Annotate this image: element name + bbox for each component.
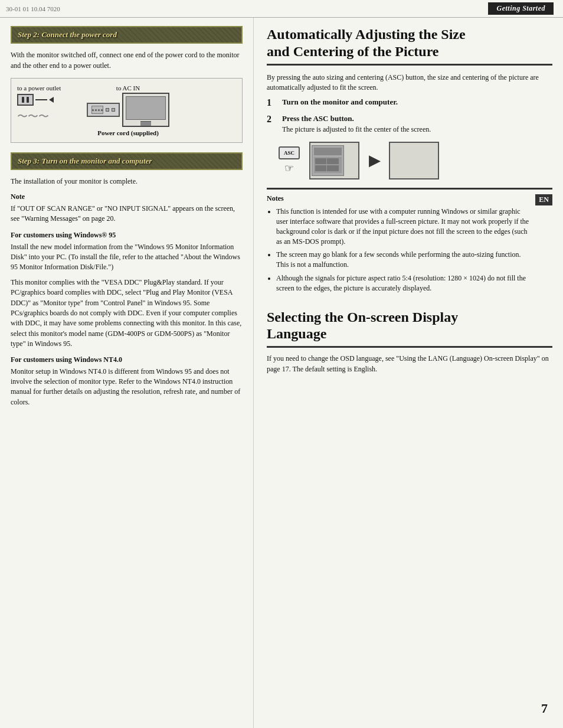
step2-text: The picture is adjusted to fit the cente…	[282, 125, 552, 135]
note-title: Note	[11, 192, 243, 201]
left-column: Step 2: Connect the power cord With the …	[0, 18, 254, 728]
section1-title-line1: Automatically Adjusting the Size	[267, 26, 552, 43]
step2-content: Press the ASC button. The picture is adj…	[282, 114, 552, 135]
windowsNT-title: For customers using Windows NT4.0	[11, 355, 243, 364]
page-header: 30-01 01 10.04 7020 Getting Started	[0, 0, 563, 18]
step1-content: Turn on the monitor and computer.	[282, 97, 552, 108]
note-section: Note If "OUT OF SCAN RANGE" or "NO INPUT…	[11, 192, 243, 224]
notes-content: Notes This function is intended for use …	[267, 194, 531, 296]
note-text: If "OUT OF SCAN RANGE" or "NO INPUT SIGN…	[11, 204, 243, 224]
screen-before	[309, 142, 359, 179]
step3-header: Step 3: Turn on the monitor and computer	[11, 152, 243, 170]
asc-diagram: ASC ☞	[279, 142, 552, 179]
step1-text: Turn on the monitor and computer.	[282, 97, 552, 107]
label-ac: to AC IN	[116, 84, 140, 92]
step1-item: 1 Turn on the monitor and computer.	[267, 97, 552, 108]
note-item-3: Although the signals for picture aspect …	[276, 273, 531, 293]
section2-title-line2: Language	[267, 325, 552, 342]
main-content: Step 2: Connect the power cord With the …	[0, 18, 563, 728]
screen-after	[389, 142, 439, 179]
asc-button-label: ASC	[279, 146, 300, 159]
header-right-text: Getting Started	[488, 2, 554, 15]
step2-num: 2	[267, 114, 277, 135]
label-outlet: to a power outlet	[17, 84, 82, 92]
step2-title: Step 2: Connect the power cord	[18, 30, 117, 39]
step1-num: 1	[267, 97, 277, 108]
windowsNT-para1: Monitor setup in Windows NT4.0 is differ…	[11, 367, 243, 408]
arrow-right-icon: ▶	[369, 152, 379, 169]
step2-bold: Press the ASC button.	[282, 114, 552, 123]
asc-finger-icon: ☞	[284, 162, 294, 175]
section2-title-line1: Selecting the On-screen Display	[267, 309, 552, 326]
windows95-para1: Install the new model information from t…	[11, 242, 243, 273]
power-cord-label: Power cord (supplied)	[97, 129, 159, 136]
screen-before-group	[309, 142, 359, 179]
section2-title: Selecting the On-screen Display Language	[267, 309, 552, 348]
section2-body: If you need to change the OSD language, …	[267, 354, 552, 374]
section1-intro: By pressing the auto sizing and centerin…	[267, 73, 552, 93]
page-number: 7	[541, 701, 548, 716]
windows95-section: For customers using Windows® 95 Install …	[11, 231, 243, 350]
right-column: Automatically Adjusting the Size and Cen…	[254, 18, 563, 728]
notes-list: This function is intended for use with a…	[267, 207, 531, 293]
windows95-para2: This monitor complies with the "VESA DDC…	[11, 278, 243, 350]
windowsNT-section: For customers using Windows NT4.0 Monito…	[11, 355, 243, 408]
section1-title-line2: and Centering of the Picture	[267, 43, 552, 60]
step2-item: 2 Press the ASC button. The picture is a…	[267, 114, 552, 135]
power-cord-diagram: to a power outlet	[11, 78, 243, 143]
asc-button-group: ASC ☞	[279, 146, 300, 175]
windows95-title: For customers using Windows® 95	[11, 231, 243, 240]
note-item-2: The screen may go blank for a few second…	[276, 250, 531, 270]
note-item-1: This function is intended for use with a…	[276, 207, 531, 246]
step3-body: The installation of your monitor is comp…	[11, 176, 243, 187]
step2-body: With the monitor switched off, connect o…	[11, 50, 243, 71]
screen-after-group	[389, 142, 439, 179]
step3-title: Step 3: Turn on the monitor and computer	[18, 156, 152, 165]
section1-title: Automatically Adjusting the Size and Cen…	[267, 26, 552, 66]
en-badge: EN	[535, 194, 552, 205]
notes-title: Notes	[267, 194, 531, 203]
header-left-text: 30-01 01 10.04 7020	[6, 5, 60, 12]
step2-header: Step 2: Connect the power cord	[11, 26, 243, 44]
notes-section: Notes This function is intended for use …	[267, 188, 552, 296]
